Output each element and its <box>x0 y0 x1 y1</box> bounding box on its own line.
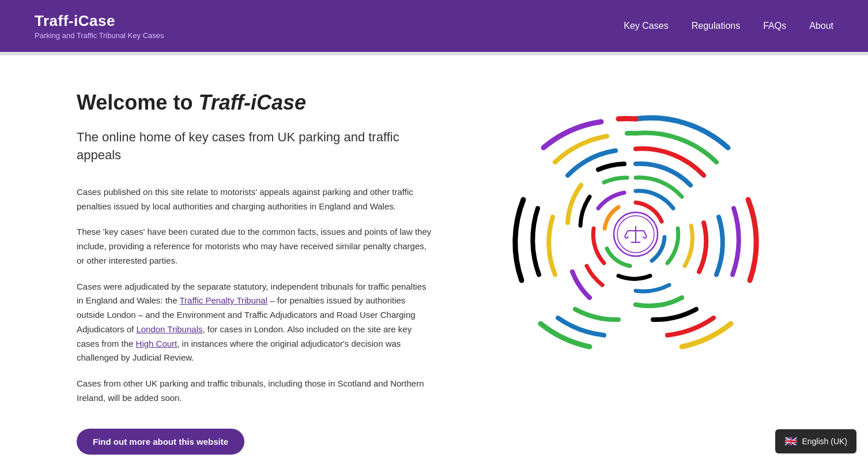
site-title: Traff-iCase <box>35 12 164 30</box>
language-label: English (UK) <box>802 437 847 446</box>
london-tribunals-link[interactable]: London Tribunals <box>136 324 202 334</box>
main-content: Welcome to Traff-iCase The online home o… <box>31 55 837 465</box>
main-nav: Key Cases Regulations FAQs About <box>624 18 833 33</box>
logo-area: Traff-iCase Parking and Traffic Tribunal… <box>35 12 164 40</box>
site-header: Traff-iCase Parking and Traffic Tribunal… <box>0 0 868 52</box>
body-paragraph-4: Cases from other UK parking and traffic … <box>77 377 434 406</box>
nav-about[interactable]: About <box>809 18 833 33</box>
high-court-link[interactable]: High Court <box>136 339 178 348</box>
nav-regulations[interactable]: Regulations <box>692 18 741 33</box>
body-paragraph-2: These 'key cases' have been curated due … <box>77 225 434 268</box>
find-out-more-button[interactable]: Find out more about this website <box>77 429 244 455</box>
site-subtitle: Parking and Traffic Tribunal Key Cases <box>35 31 164 40</box>
site-name-italic: Traff-iCase <box>198 91 306 114</box>
welcome-heading: Welcome to Traff-iCase <box>77 90 434 115</box>
language-badge[interactable]: 🇬🇧 English (UK) <box>775 429 856 453</box>
content-area: Welcome to Traff-iCase The online home o… <box>77 90 434 455</box>
tagline: The online home of key cases from UK par… <box>77 129 434 164</box>
flag-icon: 🇬🇧 <box>784 435 797 448</box>
circle-graphic-svg <box>503 102 768 367</box>
decorative-graphic <box>480 90 791 367</box>
body-paragraph-3: Cases were adjudicated by the separate s… <box>77 280 434 366</box>
nav-key-cases[interactable]: Key Cases <box>624 18 668 33</box>
body-paragraph-1: Cases published on this site relate to m… <box>77 185 434 214</box>
nav-faqs[interactable]: FAQs <box>763 18 786 33</box>
traffic-penalty-tribunal-link[interactable]: Traffic Penalty Tribunal <box>179 295 267 305</box>
